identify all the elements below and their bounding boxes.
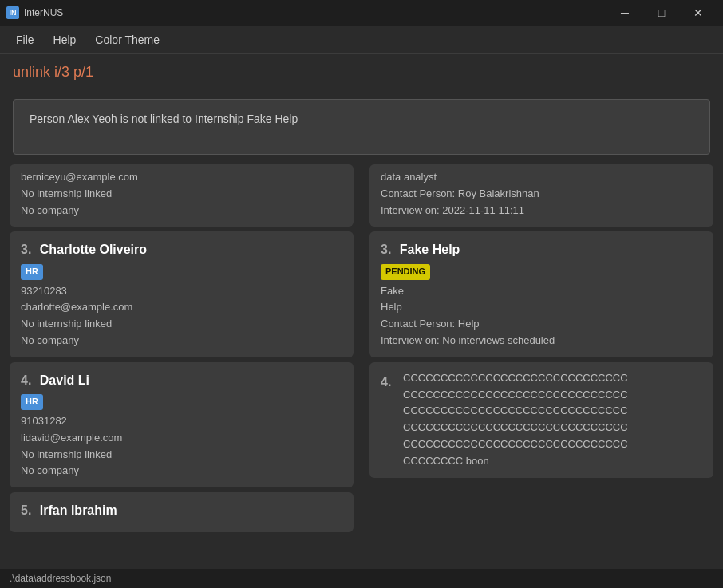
long-line: CCCCCCCCCCCCCCCCCCCCCCCCCCCCCC [403,387,628,404]
command-divider [13,89,710,89]
person-email: lidavid@example.com [21,430,342,447]
person-name: 5. Irfan Ibrahim [21,500,342,521]
internship-name: 3. Fake Help [381,239,702,260]
partial-internship: No internship linked [21,186,342,203]
long-line: CCCCCCCCCCCCCCCCCCCCCCCCCCCCCC [403,420,628,436]
person-company: No company [21,463,342,479]
maximize-button[interactable]: □ [643,0,680,26]
internship-line1: Fake [381,283,702,300]
list-item: 3. Fake Help PENDING Fake Help Contact P… [369,231,713,357]
internship-tag: PENDING [381,264,430,280]
menu-bar: File Help Color Theme [0,26,723,54]
person-number: 5. [21,503,31,517]
list-item: 5. Irfan Ibrahim [10,492,354,532]
title-bar-controls: ─ □ ✕ [606,0,717,26]
minimize-button[interactable]: ─ [606,0,643,26]
person-phone: 93210283 [21,283,342,300]
partial-email: berniceyu@example.com [21,169,342,186]
command-text: unlink i/3 p/1 [13,61,710,84]
partial-role: data analyst [381,169,702,186]
list-item: 4. David Li HR 91031282 lidavid@example.… [10,362,354,487]
app-icon: IN [6,6,19,19]
long-line: CCCCCCCCCCCCCCCCCCCCCCCCCCCCCC [403,436,628,453]
list-item: 3. Charlotte Oliveiro HR 93210283 charlo… [10,231,354,357]
app-title: InterNUS [24,7,63,18]
person-internship: No internship linked [21,447,342,464]
right-panel: data analyst Contact Person: Roy Balakri… [366,161,717,569]
person-number: 3. [21,243,31,256]
person-tag: HR [21,264,43,280]
long-line: CCCCCCCCCCCCCCCCCCCCCCCCCCCCCC [403,370,628,387]
menu-color-theme[interactable]: Color Theme [85,30,169,49]
main-content: berniceyu@example.com No internship link… [0,161,723,569]
message-box: Person Alex Yeoh is not linked to Intern… [13,99,710,155]
person-name: 4. David Li [21,370,342,391]
partial-interview: Interview on: 2022-11-11 11:11 [381,203,702,219]
menu-help[interactable]: Help [44,30,86,49]
person-name: 3. Charlotte Oliveiro [21,239,342,260]
long-line: CCCCCCCCCCCCCCCCCCCCCCCCCCCCCC [403,403,628,420]
person-phone: 91031282 [21,413,342,430]
message-text: Person Alex Yeoh is not linked to Intern… [30,112,298,125]
internship-contact: Contact Person: Help [381,316,702,333]
partial-contact: Contact Person: Roy Balakrishnan [381,186,702,203]
long-card-content: CCCCCCCCCCCCCCCCCCCCCCCCCCCCCC CCCCCCCCC… [403,370,628,470]
person-company: No company [21,333,342,349]
command-area: unlink i/3 p/1 [0,54,723,93]
left-panel: berniceyu@example.com No internship link… [6,161,357,569]
panel-divider [357,161,366,569]
list-item: 4. CCCCCCCCCCCCCCCCCCCCCCCCCCCCCC CCCCCC… [369,362,713,478]
long-card-number: 4. [381,370,397,470]
internship-interview: Interview on: No interviews scheduled [381,333,702,349]
list-item: data analyst Contact Person: Roy Balakri… [369,164,713,227]
internship-line2: Help [381,299,702,316]
partial-company: No company [21,203,342,219]
person-number: 4. [21,373,31,387]
close-button[interactable]: ✕ [680,0,717,26]
person-internship: No internship linked [21,316,342,333]
status-bar: .\data\addressbook.json [0,569,723,588]
person-email: charlotte@example.com [21,299,342,316]
internship-number: 3. [381,243,391,256]
menu-file[interactable]: File [6,30,44,49]
long-line: CCCCCCCC boon [403,453,628,470]
status-path: .\data\addressbook.json [10,573,111,584]
title-bar-left: IN InterNUS [6,6,63,19]
list-item: berniceyu@example.com No internship link… [10,164,354,227]
person-tag: HR [21,394,43,410]
title-bar: IN InterNUS ─ □ ✕ [0,0,723,26]
